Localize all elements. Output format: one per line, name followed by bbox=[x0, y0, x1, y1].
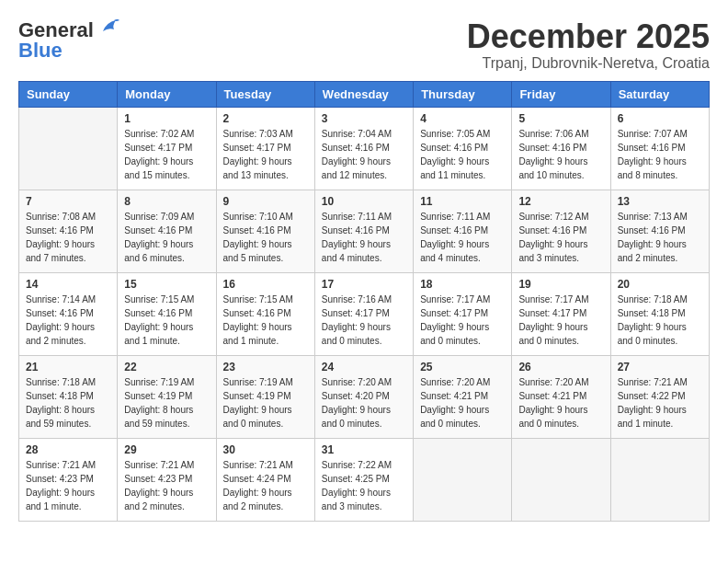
day-info: Sunrise: 7:19 AMSunset: 4:19 PMDaylight:… bbox=[124, 377, 194, 429]
calendar-cell bbox=[512, 438, 610, 521]
day-number: 26 bbox=[518, 361, 603, 373]
calendar-cell: 10Sunrise: 7:11 AMSunset: 4:16 PMDayligh… bbox=[314, 190, 413, 272]
day-info: Sunrise: 7:09 AMSunset: 4:16 PMDaylight:… bbox=[124, 212, 194, 263]
calendar-cell: 30Sunrise: 7:21 AMSunset: 4:24 PMDayligh… bbox=[216, 438, 314, 521]
weekday-header-tuesday: Tuesday bbox=[216, 81, 314, 107]
day-number: 13 bbox=[618, 195, 702, 208]
day-info: Sunrise: 7:19 AMSunset: 4:19 PMDaylight:… bbox=[223, 377, 293, 429]
calendar-cell: 15Sunrise: 7:15 AMSunset: 4:16 PMDayligh… bbox=[118, 272, 216, 355]
weekday-header-thursday: Thursday bbox=[414, 81, 512, 107]
day-info: Sunrise: 7:20 AMSunset: 4:21 PMDaylight:… bbox=[420, 377, 490, 429]
day-number: 11 bbox=[420, 195, 505, 208]
calendar-week-row: 14Sunrise: 7:14 AMSunset: 4:16 PMDayligh… bbox=[19, 272, 710, 355]
calendar-cell: 7Sunrise: 7:08 AMSunset: 4:16 PMDaylight… bbox=[19, 190, 118, 272]
day-number: 1 bbox=[124, 112, 209, 125]
day-info: Sunrise: 7:05 AMSunset: 4:16 PMDaylight:… bbox=[420, 129, 490, 180]
calendar-cell: 17Sunrise: 7:16 AMSunset: 4:17 PMDayligh… bbox=[314, 272, 413, 355]
calendar-cell: 23Sunrise: 7:19 AMSunset: 4:19 PMDayligh… bbox=[216, 355, 314, 438]
day-info: Sunrise: 7:22 AMSunset: 4:25 PMDaylight:… bbox=[322, 460, 392, 511]
day-info: Sunrise: 7:20 AMSunset: 4:21 PMDaylight:… bbox=[518, 377, 588, 429]
logo-bird-icon bbox=[96, 18, 119, 39]
calendar-cell: 12Sunrise: 7:12 AMSunset: 4:16 PMDayligh… bbox=[512, 190, 610, 272]
day-number: 22 bbox=[124, 361, 209, 373]
day-info: Sunrise: 7:17 AMSunset: 4:17 PMDaylight:… bbox=[420, 294, 490, 346]
calendar-cell: 29Sunrise: 7:21 AMSunset: 4:23 PMDayligh… bbox=[118, 438, 216, 521]
day-info: Sunrise: 7:07 AMSunset: 4:16 PMDaylight:… bbox=[618, 129, 688, 180]
calendar-week-row: 1Sunrise: 7:02 AMSunset: 4:17 PMDaylight… bbox=[19, 107, 710, 190]
calendar-cell: 9Sunrise: 7:10 AMSunset: 4:16 PMDaylight… bbox=[216, 190, 314, 272]
weekday-header-friday: Friday bbox=[512, 81, 610, 107]
calendar-cell: 16Sunrise: 7:15 AMSunset: 4:16 PMDayligh… bbox=[216, 272, 314, 355]
calendar-cell: 1Sunrise: 7:02 AMSunset: 4:17 PMDaylight… bbox=[118, 107, 216, 190]
calendar-cell: 26Sunrise: 7:20 AMSunset: 4:21 PMDayligh… bbox=[512, 355, 610, 438]
calendar-cell: 2Sunrise: 7:03 AMSunset: 4:17 PMDaylight… bbox=[216, 107, 314, 190]
day-number: 7 bbox=[26, 195, 110, 208]
day-info: Sunrise: 7:08 AMSunset: 4:16 PMDaylight:… bbox=[26, 212, 96, 263]
logo-blue: Blue bbox=[18, 39, 63, 63]
day-number: 30 bbox=[223, 443, 308, 456]
day-number: 18 bbox=[420, 278, 505, 291]
calendar-week-row: 21Sunrise: 7:18 AMSunset: 4:18 PMDayligh… bbox=[19, 355, 710, 438]
day-info: Sunrise: 7:16 AMSunset: 4:17 PMDaylight:… bbox=[322, 294, 392, 346]
day-info: Sunrise: 7:04 AMSunset: 4:16 PMDaylight:… bbox=[322, 129, 392, 180]
calendar-cell: 19Sunrise: 7:17 AMSunset: 4:17 PMDayligh… bbox=[512, 272, 610, 355]
calendar-cell: 21Sunrise: 7:18 AMSunset: 4:18 PMDayligh… bbox=[19, 355, 118, 438]
day-number: 14 bbox=[26, 278, 110, 291]
day-number: 28 bbox=[26, 443, 110, 456]
day-number: 31 bbox=[322, 443, 406, 456]
calendar-cell: 28Sunrise: 7:21 AMSunset: 4:23 PMDayligh… bbox=[19, 438, 118, 521]
title-area: December 2025 Trpanj, Dubrovnik-Neretva,… bbox=[467, 18, 710, 72]
day-info: Sunrise: 7:21 AMSunset: 4:22 PMDaylight:… bbox=[618, 377, 688, 429]
calendar-cell bbox=[610, 438, 709, 521]
calendar-cell: 27Sunrise: 7:21 AMSunset: 4:22 PMDayligh… bbox=[610, 355, 709, 438]
calendar-cell: 6Sunrise: 7:07 AMSunset: 4:16 PMDaylight… bbox=[610, 107, 709, 190]
day-number: 19 bbox=[518, 278, 603, 291]
day-number: 6 bbox=[618, 112, 702, 125]
day-info: Sunrise: 7:12 AMSunset: 4:16 PMDaylight:… bbox=[518, 212, 588, 263]
weekday-header-monday: Monday bbox=[118, 81, 216, 107]
day-info: Sunrise: 7:21 AMSunset: 4:23 PMDaylight:… bbox=[26, 460, 96, 511]
day-number: 2 bbox=[223, 112, 308, 125]
day-number: 21 bbox=[26, 361, 110, 373]
calendar-cell: 3Sunrise: 7:04 AMSunset: 4:16 PMDaylight… bbox=[314, 107, 413, 190]
day-info: Sunrise: 7:18 AMSunset: 4:18 PMDaylight:… bbox=[618, 294, 688, 346]
calendar-cell: 8Sunrise: 7:09 AMSunset: 4:16 PMDaylight… bbox=[118, 190, 216, 272]
page-header: General Blue December 2025 Trpanj, Dubro… bbox=[18, 18, 710, 72]
calendar-cell: 4Sunrise: 7:05 AMSunset: 4:16 PMDaylight… bbox=[414, 107, 512, 190]
calendar-cell: 13Sunrise: 7:13 AMSunset: 4:16 PMDayligh… bbox=[610, 190, 709, 272]
day-number: 29 bbox=[124, 443, 209, 456]
day-info: Sunrise: 7:03 AMSunset: 4:17 PMDaylight:… bbox=[223, 129, 293, 180]
day-info: Sunrise: 7:15 AMSunset: 4:16 PMDaylight:… bbox=[124, 294, 194, 346]
calendar-cell: 31Sunrise: 7:22 AMSunset: 4:25 PMDayligh… bbox=[314, 438, 413, 521]
calendar-cell: 18Sunrise: 7:17 AMSunset: 4:17 PMDayligh… bbox=[414, 272, 512, 355]
day-number: 4 bbox=[420, 112, 505, 125]
calendar-cell: 22Sunrise: 7:19 AMSunset: 4:19 PMDayligh… bbox=[118, 355, 216, 438]
day-info: Sunrise: 7:15 AMSunset: 4:16 PMDaylight:… bbox=[223, 294, 293, 346]
day-number: 9 bbox=[223, 195, 308, 208]
day-info: Sunrise: 7:11 AMSunset: 4:16 PMDaylight:… bbox=[322, 212, 392, 263]
calendar-week-row: 28Sunrise: 7:21 AMSunset: 4:23 PMDayligh… bbox=[19, 438, 710, 521]
day-info: Sunrise: 7:18 AMSunset: 4:18 PMDaylight:… bbox=[26, 377, 96, 429]
day-number: 16 bbox=[223, 278, 308, 291]
day-number: 5 bbox=[518, 112, 603, 125]
calendar-cell: 20Sunrise: 7:18 AMSunset: 4:18 PMDayligh… bbox=[610, 272, 709, 355]
day-number: 8 bbox=[124, 195, 209, 208]
calendar-cell: 11Sunrise: 7:11 AMSunset: 4:16 PMDayligh… bbox=[414, 190, 512, 272]
calendar-table: SundayMondayTuesdayWednesdayThursdayFrid… bbox=[18, 81, 710, 522]
day-number: 20 bbox=[618, 278, 702, 291]
month-title: December 2025 bbox=[467, 18, 710, 55]
day-info: Sunrise: 7:06 AMSunset: 4:16 PMDaylight:… bbox=[518, 129, 588, 180]
day-number: 27 bbox=[618, 361, 702, 373]
day-number: 17 bbox=[322, 278, 406, 291]
day-number: 25 bbox=[420, 361, 505, 373]
day-info: Sunrise: 7:21 AMSunset: 4:23 PMDaylight:… bbox=[124, 460, 194, 511]
day-info: Sunrise: 7:20 AMSunset: 4:20 PMDaylight:… bbox=[322, 377, 392, 429]
calendar-cell: 24Sunrise: 7:20 AMSunset: 4:20 PMDayligh… bbox=[314, 355, 413, 438]
day-info: Sunrise: 7:11 AMSunset: 4:16 PMDaylight:… bbox=[420, 212, 490, 263]
weekday-header-sunday: Sunday bbox=[19, 81, 118, 107]
calendar-cell: 25Sunrise: 7:20 AMSunset: 4:21 PMDayligh… bbox=[414, 355, 512, 438]
calendar-week-row: 7Sunrise: 7:08 AMSunset: 4:16 PMDaylight… bbox=[19, 190, 710, 272]
calendar-cell: 5Sunrise: 7:06 AMSunset: 4:16 PMDaylight… bbox=[512, 107, 610, 190]
day-info: Sunrise: 7:21 AMSunset: 4:24 PMDaylight:… bbox=[223, 460, 293, 511]
day-info: Sunrise: 7:17 AMSunset: 4:17 PMDaylight:… bbox=[518, 294, 588, 346]
